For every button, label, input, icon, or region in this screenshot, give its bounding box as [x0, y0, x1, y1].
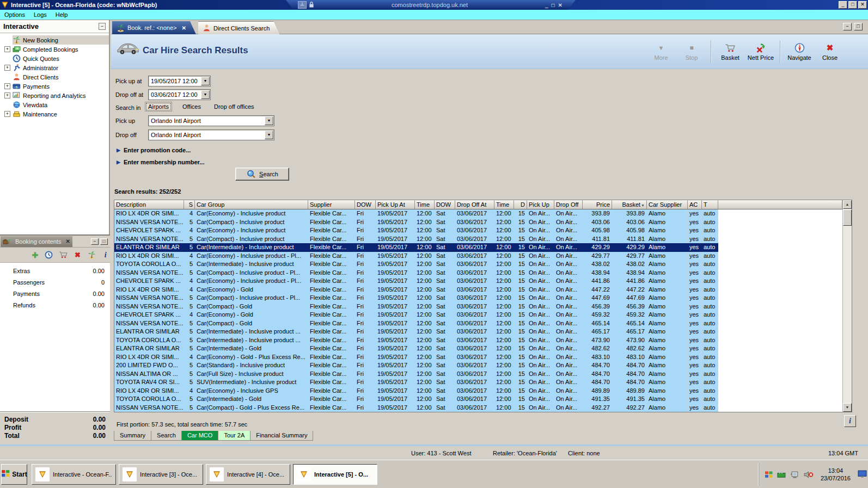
table-row[interactable]: NISSAN VERSA NOTE...5Car(Compact) - Incl…	[114, 235, 718, 244]
basket-button[interactable]: Basket	[716, 39, 744, 65]
table-row[interactable]: CHEVROLET SPARK ...4Car(Economy) - Inclu…	[114, 277, 718, 286]
drop-off-at-input[interactable]: 03/06/2017 12:00 ▼	[148, 89, 211, 100]
tree-expand-icon[interactable]: +	[4, 46, 10, 52]
bottom-tab-search[interactable]: Search	[151, 431, 182, 441]
table-row[interactable]: ELANTRA OR SIMILAR5Car(Intermediate) - I…	[114, 328, 718, 336]
search-in-option-offices[interactable]: Offices	[180, 102, 204, 111]
booking-panel-minimize-button[interactable]: −	[91, 238, 99, 245]
table-row[interactable]: TOYOTA COROLLA O...5Car(Intermediate) - …	[114, 395, 718, 404]
column-header-drop_off_at[interactable]: Drop Off At	[455, 200, 494, 209]
tree-expand-icon[interactable]: +	[4, 111, 10, 117]
bottom-tab-tour-2a[interactable]: Tour 2A	[218, 431, 250, 441]
booking-tool-add-item[interactable]: ✚	[30, 250, 40, 260]
column-header-car_supplier[interactable]: Car Supplier	[647, 200, 688, 209]
column-header-d[interactable]: D	[514, 200, 527, 209]
table-row[interactable]: NISSAN ALTIMA OR ...5Car(Full Size) - In…	[114, 370, 718, 379]
table-row[interactable]: RIO LX 4DR OR SIMI...4Car(Economy) - Inc…	[114, 387, 718, 396]
tray-mute-icon[interactable]	[803, 471, 814, 479]
search-button[interactable]: Search	[235, 168, 289, 181]
sidebar-item-reporting-and-analytics[interactable]: +Reporting and Analytics	[0, 91, 109, 100]
booking-panel-close-icon[interactable]: ✕	[66, 238, 70, 244]
table-row[interactable]: 200 LIMITED FWD O...5Car(Standard) - Inc…	[114, 361, 718, 370]
start-button[interactable]: Start	[1, 464, 27, 485]
tray-network-icon[interactable]	[777, 471, 786, 478]
search-in-option-drop-off-offices[interactable]: Drop off offices	[211, 102, 257, 111]
table-row[interactable]: NISSAN VERSA NOTE...5Car(Compact) - Gold…	[114, 404, 718, 412]
sidebar-item-new-booking[interactable]: New Booking	[0, 35, 109, 45]
column-header-time1[interactable]: Time	[415, 200, 435, 209]
scrollbar-thumb[interactable]	[843, 209, 852, 226]
monitor-icon[interactable]	[858, 470, 867, 479]
sidebar-item-payments[interactable]: +$Payments	[0, 82, 109, 91]
table-row[interactable]: RIO LX 4DR OR SIMI...4Car(Economy) - Gol…	[114, 353, 718, 362]
sidebar-item-quick-quotes[interactable]: Quick Quotes	[0, 54, 109, 63]
sidebar-item-completed-bookings[interactable]: +Completed Bookings	[0, 45, 109, 54]
column-header-price[interactable]: Price	[583, 200, 612, 209]
table-row[interactable]: NISSAN VERSA NOTE...5Car(Compact) - Gold…	[114, 319, 718, 328]
column-header-ac[interactable]: AC	[688, 200, 702, 209]
booking-tool-quick-quote[interactable]	[45, 250, 54, 260]
mdi-minimize-button[interactable]: −	[843, 23, 852, 30]
vertical-scrollbar[interactable]: ▲ ▼	[842, 200, 852, 412]
column-header-car_group[interactable]: Car Group	[195, 200, 308, 209]
window-restore-button[interactable]: □	[848, 1, 857, 9]
search-in-option-airports[interactable]: Airports	[145, 102, 172, 112]
membership-number-expander[interactable]: ▶ Enter membership number...	[117, 159, 204, 165]
taskbar-button-4[interactable]: Interactive [5] - O...	[293, 464, 377, 485]
scroll-down-icon[interactable]: ▼	[843, 403, 852, 412]
sidebar-item-administrator[interactable]: +Administrator	[0, 63, 109, 72]
table-row[interactable]: NISSAN VERSA NOTE...5Car(Compact) - Gold…	[114, 302, 718, 311]
table-row[interactable]: TOYOTA COROLLA O...5Car(Intermediate) - …	[114, 260, 718, 269]
pick-up-dropdown-icon[interactable]: ▼	[265, 116, 273, 125]
column-header-drop_off[interactable]: Drop Off	[554, 200, 583, 209]
bottom-tab-financial-summary[interactable]: Financial Summary	[250, 431, 313, 441]
bottom-tab-summary[interactable]: Summary	[114, 431, 151, 441]
tray-plug-icon[interactable]	[790, 471, 799, 479]
sidebar-collapse-button[interactable]: −	[99, 23, 106, 30]
column-header-description[interactable]: Description	[114, 200, 184, 209]
column-header-t[interactable]: T	[702, 200, 718, 209]
scroll-up-icon[interactable]: ▲	[843, 200, 852, 209]
table-row[interactable]: RIO LX 4DR OR SIMI...4Car(Economy) - Inc…	[114, 209, 718, 218]
close-button[interactable]: ✖Close	[816, 39, 844, 65]
info-button[interactable]: i	[844, 415, 856, 427]
tab-close-icon[interactable]: ✕	[182, 25, 186, 31]
table-row[interactable]: TOYOTA COROLLA O...5Car(Intermediate) - …	[114, 336, 718, 345]
tree-expand-icon[interactable]: +	[4, 65, 10, 71]
pick-up-at-input[interactable]: 19/05/2017 12:00 ▼	[148, 76, 211, 87]
taskbar-button-3[interactable]: Interactive [4] - Oce...	[206, 464, 290, 485]
column-header-pick_up[interactable]: Pick Up	[527, 200, 554, 209]
window-close-button[interactable]: ✕	[858, 1, 867, 9]
drop-off-at-dropdown-icon[interactable]: ▼	[201, 90, 210, 99]
taskbar-button-1[interactable]: Interactive - Ocean-F...	[32, 464, 116, 485]
rdp-pin-icon[interactable]: ┴	[298, 1, 307, 9]
column-header-basket[interactable]: Basket▼	[612, 200, 647, 209]
bottom-tab-car-mco[interactable]: Car MCO	[181, 431, 218, 441]
table-row[interactable]: NISSAN VERSA NOTE...5Car(Compact) - Incl…	[114, 294, 718, 302]
booking-panel-restore-button[interactable]: □	[100, 238, 108, 245]
navigate-button[interactable]: Navigate	[785, 39, 814, 65]
tab-book-ref-none-[interactable]: Book. ref.: <none>✕	[112, 21, 196, 34]
table-row[interactable]: NISSAN VERSA NOTE...5Car(Compact) - Incl…	[114, 218, 718, 227]
rdp-close-button[interactable]: ✕	[558, 2, 563, 8]
table-row[interactable]: RIO LX 4DR OR SIMI...4Car(Economy) - Inc…	[114, 252, 718, 261]
booking-row-passengers[interactable]: Passengers0	[0, 276, 110, 288]
tree-expand-icon[interactable]: +	[4, 83, 10, 89]
column-header-dow2[interactable]: DOW	[435, 200, 455, 209]
column-header-time2[interactable]: Time	[494, 200, 514, 209]
pick-up-input[interactable]: Orlando Intl Airport ▼	[148, 115, 274, 126]
booking-tool-info[interactable]: i	[101, 250, 110, 260]
sidebar-item-viewdata[interactable]: Viewdata	[0, 100, 109, 109]
table-row[interactable]: ELANTRA OR SIMILAR5Car(Intermediate) - I…	[114, 243, 718, 252]
rdp-restore-button[interactable]: □	[552, 2, 555, 8]
booking-row-refunds[interactable]: Refunds0.00	[0, 299, 110, 311]
table-row[interactable]: ELANTRA OR SIMILAR5Car(Intermediate) - G…	[114, 344, 718, 353]
booking-tool-delete-item[interactable]: ✖	[73, 250, 82, 260]
table-row[interactable]: RIO LX 4DR OR SIMI...4Car(Economy) - Gol…	[114, 286, 718, 294]
table-row[interactable]: CHEVROLET SPARK ...4Car(Economy) - Inclu…	[114, 226, 718, 235]
booking-row-extras[interactable]: Extras0.00	[0, 265, 110, 276]
drop-off-input[interactable]: Orlando Intl Airport ▼	[148, 129, 274, 140]
menu-item-options[interactable]: Options	[0, 10, 29, 19]
column-header-dow1[interactable]: DOW	[355, 200, 376, 209]
tray-app-icon[interactable]	[765, 471, 773, 479]
